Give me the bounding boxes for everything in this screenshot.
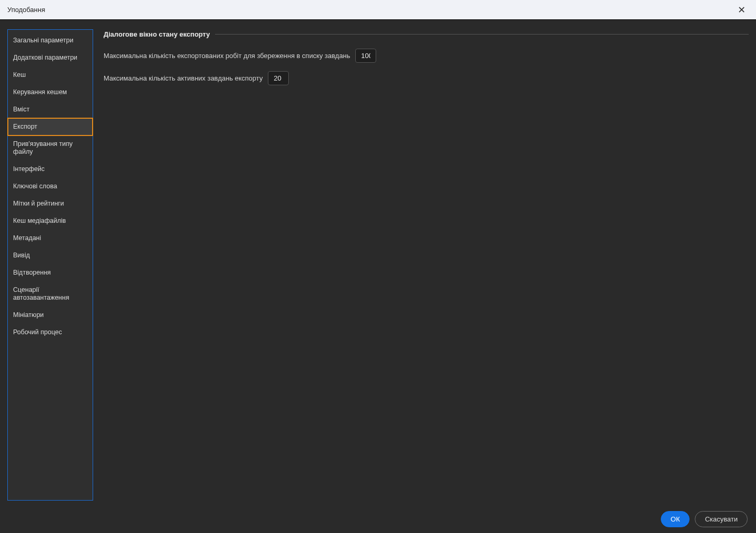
window-title: Уподобання [7,6,45,14]
field-max-stored-jobs: Максимальна кількість експортованих робі… [104,49,749,63]
sidebar-item-thumbnails[interactable]: Мініатюри [8,307,93,324]
sidebar-item-metadata[interactable]: Метадані [8,230,93,247]
sidebar: Загальні параметри Додаткові параметри К… [7,29,93,501]
field-label: Максимальна кількість активних завдань е… [104,74,263,82]
sidebar-item-workflow[interactable]: Робочий процес [8,324,93,341]
field-label: Максимальна кількість експортованих робі… [104,52,350,60]
sidebar-item-advanced[interactable]: Додаткові параметри [8,49,93,66]
close-icon[interactable]: ✕ [735,3,749,17]
ok-button[interactable]: ОК [661,511,690,527]
sidebar-item-file-type-associations[interactable]: Прив'язування типу файлу [8,135,93,161]
sidebar-item-media-cache[interactable]: Кеш медіафайлів [8,212,93,230]
sidebar-item-output[interactable]: Вивід [8,247,93,264]
titlebar: Уподобання ✕ [0,0,756,20]
max-stored-jobs-input[interactable] [355,49,376,63]
sidebar-item-cache[interactable]: Кеш [8,66,93,84]
section-divider [215,34,749,35]
section-title: Діалогове вікно стану експорту [104,30,210,38]
cancel-button[interactable]: Скасувати [695,511,748,527]
dialog-body: Загальні параметри Додаткові параметри К… [0,20,756,508]
max-active-jobs-input[interactable] [268,71,289,85]
sidebar-item-startup-scripts[interactable]: Сценарії автозавантаження [8,281,93,307]
sidebar-item-interface[interactable]: Інтерфейс [8,161,93,178]
sidebar-item-general[interactable]: Загальні параметри [8,32,93,49]
dialog-footer: ОК Скасувати [0,508,756,533]
sidebar-item-playback[interactable]: Відтворення [8,264,93,281]
field-max-active-jobs: Максимальна кількість активних завдань е… [104,71,749,85]
sidebar-item-content[interactable]: Вміст [8,101,93,118]
sidebar-item-export[interactable]: Експорт [8,118,93,135]
sidebar-item-keywords[interactable]: Ключові слова [8,178,93,195]
section-header: Діалогове вікно стану експорту [104,30,749,38]
sidebar-item-labels-ratings[interactable]: Мітки й рейтинги [8,195,93,212]
content-pane: Діалогове вікно стану експорту Максималь… [104,29,749,501]
sidebar-item-cache-management[interactable]: Керування кешем [8,84,93,101]
